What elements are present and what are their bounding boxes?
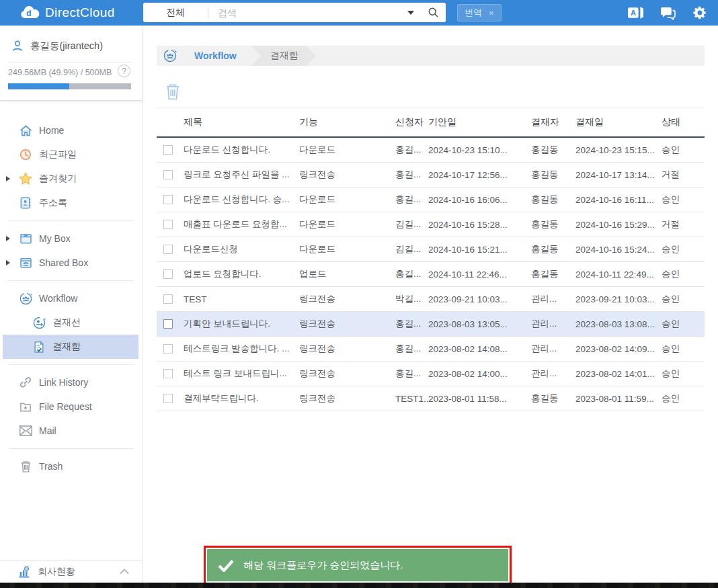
row-checkbox[interactable] bbox=[163, 170, 173, 179]
row-checkbox[interactable] bbox=[163, 394, 173, 403]
checkbox-cell bbox=[157, 245, 181, 254]
expand-arrow-icon[interactable] bbox=[6, 260, 10, 265]
cell-approval-date: 2024-10-23 15:15... bbox=[575, 145, 662, 155]
sidebar-item-label: 주소록 bbox=[39, 197, 67, 209]
sidebar-item-label: 즐겨찾기 bbox=[39, 173, 77, 185]
row-checkbox[interactable] bbox=[163, 145, 173, 155]
translate-filter-chip[interactable]: 번역 × bbox=[457, 4, 502, 22]
cell-status: 거절 bbox=[662, 169, 705, 181]
table-row[interactable]: 다운로드신청다운로드김길...2024-10-16 15:21...홍길동202… bbox=[157, 237, 705, 262]
table-row[interactable]: 다운로드 신청합니다. 승...다운로드홍길...2024-10-16 16:0… bbox=[157, 187, 705, 212]
cell-draft-date: 2024-10-17 12:56... bbox=[428, 170, 531, 180]
sidebar-item-favorites[interactable]: 즐겨찾기 bbox=[0, 167, 142, 191]
checkbox-cell bbox=[157, 394, 181, 403]
sidebar-item-home[interactable]: Home bbox=[0, 118, 142, 142]
sidebar-item-my-box[interactable]: My Box bbox=[0, 226, 142, 251]
row-checkbox[interactable] bbox=[163, 195, 173, 204]
sidebar-footer-company-status[interactable]: % 회사현황 bbox=[0, 560, 143, 583]
checkbox-cell bbox=[157, 369, 181, 378]
search-input[interactable] bbox=[208, 7, 401, 18]
chat-icon[interactable] bbox=[659, 4, 676, 22]
sidebar-item-label: Home bbox=[39, 125, 64, 136]
search-button[interactable] bbox=[420, 3, 446, 22]
sidebar-item-file-request[interactable]: File Request bbox=[0, 394, 142, 419]
sidebar-item-recent-files[interactable]: 최근파일 bbox=[0, 142, 142, 167]
row-checkbox[interactable] bbox=[163, 369, 173, 378]
cell-title: 기획안 보내드립니다. bbox=[181, 318, 299, 330]
divider bbox=[8, 220, 134, 221]
search-box: 전체 bbox=[143, 3, 446, 22]
chevron-up-icon[interactable] bbox=[120, 569, 129, 575]
user-panel: 홍길동(jirantech) 249.56MB (49.9%) / 500MB … bbox=[0, 26, 143, 101]
checkbox-cell bbox=[157, 344, 181, 353]
column-header: 결재자 bbox=[531, 116, 575, 128]
table-row[interactable]: 매출표 다운로드 요청합...다운로드김길...2024-10-16 15:28… bbox=[157, 212, 705, 237]
cell-status: 승인 bbox=[662, 194, 705, 206]
cell-function: 다운로드 bbox=[299, 243, 395, 255]
directcloud-app: d DirectCloud 전체 번역 × A bbox=[0, 0, 718, 588]
cell-draft-date: 2024-10-16 15:28... bbox=[428, 220, 531, 230]
cell-status: 승인 bbox=[662, 343, 705, 355]
sidebar-item-label: Mail bbox=[39, 425, 56, 436]
main-content: Workflow 결재함 제목기능신청자기안일결재자결재일상태 다운로드 신청합… bbox=[143, 26, 718, 588]
check-icon bbox=[218, 559, 234, 572]
sidebar-item-approval-box[interactable]: 결재함 bbox=[3, 335, 138, 359]
checkbox-cell bbox=[157, 294, 181, 304]
chip-close-icon[interactable]: × bbox=[489, 8, 494, 18]
delete-selected-button[interactable] bbox=[164, 82, 182, 101]
expand-arrow-icon[interactable] bbox=[6, 236, 10, 241]
cell-title: 테스트 링크 보내드립니... bbox=[181, 368, 299, 380]
breadcrumb-root-link[interactable]: Workflow bbox=[194, 50, 237, 61]
table-row[interactable]: 기획안 보내드립니다.링크전송홍길...2023-08-03 13:05...관… bbox=[157, 312, 705, 337]
checkbox-cell bbox=[157, 195, 181, 204]
translate-panel-icon[interactable]: A bbox=[627, 4, 644, 22]
cell-approver: 홍길동 bbox=[531, 218, 575, 230]
sidebar-item-shared-box[interactable]: Shared Box bbox=[0, 251, 142, 275]
top-bar: d DirectCloud 전체 번역 × A bbox=[0, 0, 718, 26]
row-checkbox[interactable] bbox=[163, 245, 173, 254]
breadcrumb-current: 결재함 bbox=[251, 46, 316, 66]
sidebar-item-label: 최근파일 bbox=[39, 149, 77, 161]
table-row[interactable]: 다운로드 신청합니다.다운로드홍길...2024-10-23 15:10...홍… bbox=[157, 138, 705, 163]
checkbox-cell bbox=[157, 220, 181, 229]
table-row[interactable]: 링크로 요청주신 파일을 ...링크전송홍길...2024-10-17 12:5… bbox=[157, 163, 705, 187]
sidebar-item-approval-line[interactable]: 결재선 bbox=[0, 310, 142, 335]
row-checkbox[interactable] bbox=[163, 220, 173, 229]
table-row[interactable]: 업로드 요청합니다.업로드홍길...2024-10-11 22:46...홍길동… bbox=[157, 262, 705, 287]
cell-approval-date: 2024-10-16 15:29... bbox=[575, 220, 662, 230]
expand-arrow-icon[interactable] bbox=[6, 176, 10, 181]
table-row[interactable]: TEST링크전송박길...2023-09-21 10:03...관리...202… bbox=[157, 287, 705, 312]
cell-draft-date: 2023-08-03 13:05... bbox=[428, 319, 531, 329]
sidebar-item-address-book[interactable]: 주소록 bbox=[0, 191, 142, 215]
directcloud-logo[interactable]: d DirectCloud bbox=[19, 0, 115, 26]
search-scope-select[interactable]: 전체 bbox=[143, 7, 208, 19]
row-checkbox[interactable] bbox=[163, 344, 173, 353]
divider bbox=[8, 364, 134, 365]
cell-title: 다운로드 신청합니다. 승... bbox=[181, 194, 299, 206]
sidebar-item-label: File Request bbox=[39, 401, 92, 412]
sidebar-item-trash[interactable]: Trash bbox=[0, 454, 142, 478]
storage-help-icon[interactable]: ? bbox=[118, 65, 130, 77]
cell-draft-date: 2024-10-23 15:10... bbox=[428, 145, 531, 155]
table-row[interactable]: 테스트 링크 보내드립니...링크전송홍길...2023-08-02 14:00… bbox=[157, 362, 705, 386]
cell-function: 다운로드 bbox=[299, 218, 395, 230]
sidebar-item-label: My Box bbox=[39, 233, 71, 244]
cell-function: 다운로드 bbox=[299, 194, 395, 206]
table-row[interactable]: 결제부탁드립니다.링크전송TEST1...2023-08-01 11:58...… bbox=[157, 386, 705, 411]
sidebar-item-workflow[interactable]: Workflow bbox=[0, 286, 142, 310]
sidebar-item-label: 결재선 bbox=[52, 317, 81, 329]
chevron-down-icon bbox=[407, 11, 414, 15]
search-scope-caret[interactable] bbox=[401, 3, 420, 22]
logo-text: DirectCloud bbox=[45, 5, 115, 20]
shared-box-icon bbox=[18, 255, 33, 270]
sidebar-item-mail[interactable]: Mail bbox=[0, 419, 142, 443]
row-checkbox[interactable] bbox=[163, 319, 173, 329]
row-checkbox[interactable] bbox=[163, 269, 173, 279]
sidebar-item-link-history[interactable]: Link History bbox=[0, 370, 142, 394]
row-checkbox[interactable] bbox=[163, 294, 173, 304]
settings-gear-icon[interactable] bbox=[691, 4, 709, 22]
cell-approval-date: 2024-10-11 22:49... bbox=[575, 269, 662, 280]
column-header: 결재일 bbox=[575, 116, 662, 128]
table-row[interactable]: 테스트링크 발송합니다. ...링크전송홍길...2023-08-02 14:0… bbox=[157, 337, 705, 362]
divider bbox=[8, 280, 134, 281]
